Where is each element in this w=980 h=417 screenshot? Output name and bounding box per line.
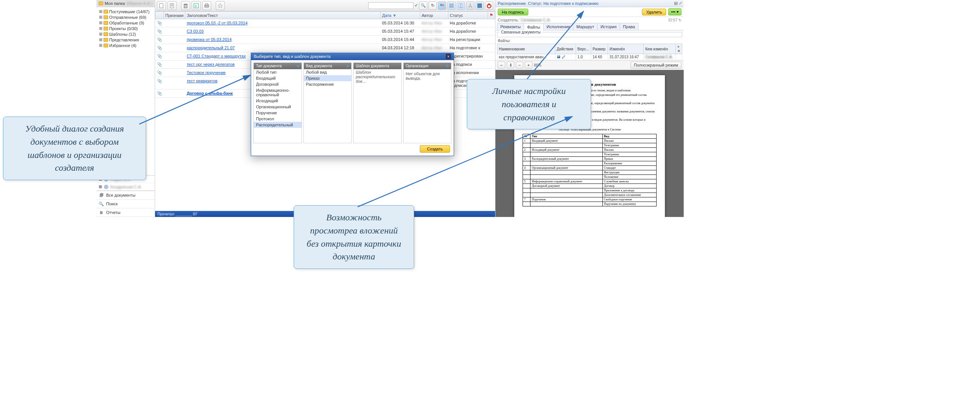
plus-icon[interactable]: +✕	[677, 45, 680, 53]
tab-Маршрут[interactable]: Маршрут	[573, 23, 598, 30]
expand-icon[interactable]: ⤢	[679, 1, 682, 6]
sidebar-user-item[interactable]: ⊞Кондратьев С.А.	[96, 183, 155, 191]
fit-width-button[interactable]: ↔	[498, 62, 505, 68]
layout-icon[interactable]: ▤	[674, 1, 678, 6]
fcol-mod[interactable]: Изменён	[608, 44, 644, 54]
tree-item[interactable]: ⊞Избранное (4)	[99, 43, 154, 48]
list-view-button[interactable]	[476, 2, 484, 10]
expand-icon[interactable]: ⊞	[99, 43, 102, 48]
search-input[interactable]	[368, 2, 414, 9]
fcol-act[interactable]: Действия	[555, 44, 576, 54]
tab-Права[interactable]: Права	[620, 23, 638, 30]
action-menu-button[interactable]: ••• ▾	[668, 8, 681, 16]
col-author[interactable]: Автор	[420, 12, 449, 19]
expand-icon[interactable]: ⊞	[99, 37, 102, 42]
col-attrs[interactable]: Признаки	[164, 12, 185, 19]
type-item[interactable]: Поручение	[254, 110, 302, 116]
file-actions[interactable]: 🖬 🖉	[555, 54, 576, 60]
grid-row[interactable]: 📎СЗ 03.0305.03.2014 15:47Автор ИмяНа дор…	[156, 27, 495, 36]
fcol-by[interactable]: Кем изменён	[644, 44, 676, 54]
tab-Реквизиты[interactable]: Реквизиты	[497, 23, 524, 30]
new-doc-button[interactable]	[157, 1, 166, 10]
close-icon[interactable]: ×	[446, 54, 451, 59]
doc-link[interactable]: распорядительный 21.07	[187, 46, 235, 50]
nav-search[interactable]: 🔍Поиск	[96, 200, 155, 208]
tree-item[interactable]: ⊞Обработанные (9)	[99, 20, 154, 25]
doc-link[interactable]: тест орг через делегатов	[187, 62, 235, 67]
nav-all-docs[interactable]: 🗐Все документы	[96, 191, 155, 200]
fcol-ver[interactable]: Верс...	[576, 44, 591, 54]
svg-rect-2	[184, 5, 187, 8]
tab-История[interactable]: История	[597, 23, 620, 30]
type-item[interactable]: Информационно-справочный	[254, 87, 302, 98]
doc-link[interactable]: СТ-001 Стандарт о маршрутах	[187, 54, 246, 58]
fcol-name[interactable]: Наименование	[497, 44, 555, 54]
expand-icon[interactable]: ⊞	[99, 32, 102, 36]
fcol-size[interactable]: Размер	[591, 44, 608, 54]
zoom-pct: 86%	[534, 63, 541, 67]
doc-link[interactable]: проверка от 05.03.2014	[187, 37, 232, 42]
export-xls-button[interactable]: X	[192, 1, 200, 10]
doc-link[interactable]: Тестовое поручение	[187, 70, 226, 75]
tpl-item[interactable]: Шаблон распорядительного док...	[353, 69, 401, 84]
col-title[interactable]: Заголовок/Текст	[185, 12, 381, 19]
doc-link[interactable]: протокол 05.03 -2 от 05.03.2014	[187, 21, 248, 25]
kind-item[interactable]: Приказ	[304, 75, 352, 81]
users-button[interactable]	[438, 2, 446, 10]
print-button[interactable]	[202, 1, 211, 10]
tab-Файлы[interactable]: Файлы	[524, 23, 544, 30]
expand-icon[interactable]: ⊞	[99, 20, 102, 25]
tree-item[interactable]: ⊞Шаблоны (12)	[99, 31, 154, 37]
create-button[interactable]: Создать	[420, 145, 450, 153]
kind-item[interactable]: Распоряжение	[304, 81, 352, 87]
zoom-out-button[interactable]: −	[516, 62, 523, 68]
sign-button[interactable]: На подпись	[498, 9, 528, 16]
panel-view-button[interactable]	[457, 2, 465, 10]
tree-item[interactable]: ⊞Представления	[99, 37, 154, 43]
tree-view-button[interactable]	[466, 2, 474, 10]
col-date[interactable]: Дата ▼	[381, 12, 420, 19]
doc-link[interactable]: тест реквизитов	[187, 79, 218, 83]
type-item[interactable]: Исходящий	[254, 98, 302, 104]
type-item[interactable]: Договорной	[254, 81, 302, 87]
expand-icon[interactable]: ⊞	[99, 26, 102, 31]
expand-icon[interactable]: ⊞	[99, 9, 102, 14]
fullscreen-button[interactable]: Полноэкранный режим	[631, 62, 682, 68]
delete-button[interactable]: Удалить	[642, 9, 666, 16]
col-attach[interactable]	[156, 12, 164, 19]
grid-row[interactable]: 📎протокол 05.03 -2 от 05.03.201405.03.20…	[156, 19, 495, 27]
tree-label: Отправленные (69)	[109, 15, 146, 19]
kind-item[interactable]: Любой вид	[304, 69, 352, 75]
col-status[interactable]: Статус	[449, 12, 488, 19]
tree-item[interactable]: ⊞Поступившие (14/87)	[99, 9, 154, 14]
type-item[interactable]: Распорядительный	[254, 122, 302, 128]
file-row[interactable]: ках предоставления аван... 🖬 🖉 1.0 14 Кб…	[497, 54, 682, 60]
type-item[interactable]: Входящий	[254, 75, 302, 81]
grid-row[interactable]: 📎распорядительный 21.0704.03.2014 12:18А…	[156, 44, 495, 52]
attach-icon: 📎	[156, 19, 164, 27]
attach-icon: 📎	[156, 44, 164, 52]
type-item[interactable]: Любой тип	[254, 69, 302, 75]
power-off-button[interactable]	[485, 2, 493, 10]
delete-button[interactable]	[181, 1, 190, 10]
grid-row[interactable]: 📎проверка от 05.03.201405.03.2014 15:44А…	[156, 36, 495, 44]
nav-reports[interactable]: 🗎Отчеты	[96, 208, 155, 217]
tree-item[interactable]: ⊞Проекты (0/30)	[99, 25, 154, 31]
type-item[interactable]: Организационный	[254, 104, 302, 110]
type-item[interactable]: Протокол	[254, 116, 302, 122]
doc-link[interactable]: СЗ 03.03	[187, 29, 204, 33]
open-doc-button[interactable]	[167, 1, 177, 10]
expand-icon[interactable]: ⊞	[99, 184, 102, 189]
grid-view-button[interactable]	[447, 2, 455, 10]
expand-icon[interactable]: ⊞	[99, 15, 102, 19]
search-button[interactable]: 🔍	[419, 2, 427, 10]
tree-item[interactable]: ⊞Отправленные (69)	[99, 14, 154, 20]
refresh-button[interactable]: ↻	[428, 2, 437, 10]
refresh-icon[interactable]: ↻	[446, 64, 449, 68]
tab-Исполнение[interactable]: Исполнение	[543, 23, 573, 30]
zoom-in-button[interactable]: +	[525, 62, 532, 68]
favorite-button[interactable]	[216, 1, 225, 10]
fit-page-button[interactable]: ⇕	[507, 62, 514, 68]
doc-link[interactable]: Договор с альфа-банк	[187, 91, 233, 95]
col-flag[interactable]: ⚑	[488, 12, 495, 19]
